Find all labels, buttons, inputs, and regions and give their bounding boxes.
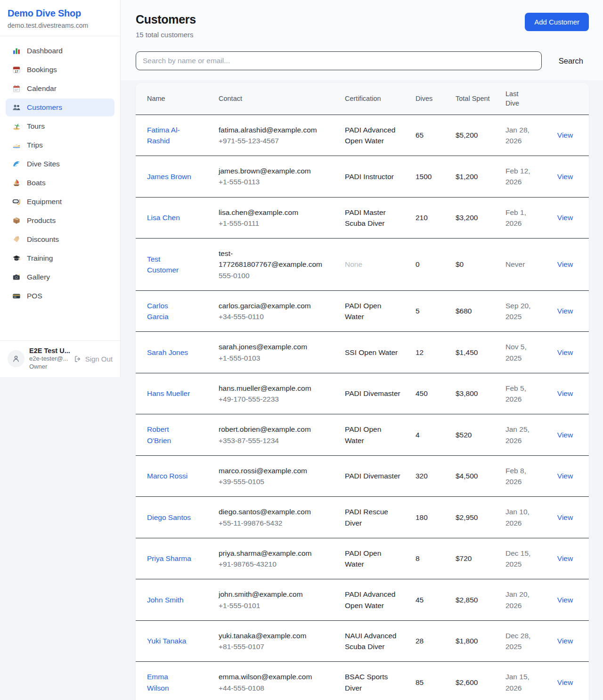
sidebar-item-label: Trips bbox=[27, 141, 43, 149]
view-customer-link[interactable]: View bbox=[557, 513, 573, 521]
last-dive-date: Jan 28, 2026 bbox=[505, 124, 534, 147]
certification: PADI Open Water bbox=[345, 424, 400, 446]
customers-table-card: NameContactCertificationDivesTotal Spent… bbox=[136, 83, 589, 700]
customer-name-link[interactable]: Robert O'Brien bbox=[147, 424, 191, 446]
sidebar-item-discounts[interactable]: Discounts bbox=[6, 231, 114, 248]
customer-email: emma.wilson@example.com bbox=[219, 671, 325, 682]
sidebar-item-equipment[interactable]: Equipment bbox=[6, 193, 114, 211]
view-customer-link[interactable]: View bbox=[557, 173, 573, 181]
last-dive-date: Never bbox=[505, 259, 525, 270]
sidebar-item-dive-sites[interactable]: Dive Sites bbox=[6, 155, 114, 173]
customer-name-link[interactable]: Lisa Chen bbox=[147, 212, 180, 223]
last-dive-date: Sep 20, 2025 bbox=[505, 300, 534, 322]
customer-email: diego.santos@example.com bbox=[219, 506, 325, 517]
sidebar-item-label: Discounts bbox=[27, 235, 59, 244]
view-customer-link[interactable]: View bbox=[557, 260, 573, 268]
last-dive-date: Feb 8, 2026 bbox=[505, 465, 534, 487]
column-header: Last Dive bbox=[498, 83, 541, 115]
add-customer-button[interactable]: Add Customer bbox=[525, 13, 589, 31]
view-customer-link[interactable]: View bbox=[557, 348, 573, 356]
customer-name-link[interactable]: Test Customer bbox=[147, 254, 191, 276]
table-row: Diego Santosdiego.santos@example.com+55-… bbox=[136, 497, 589, 538]
equipment-icon bbox=[12, 198, 21, 206]
shop-title: Demo Dive Shop bbox=[8, 8, 113, 19]
sidebar-item-tours[interactable]: Tours bbox=[6, 117, 114, 135]
view-customer-link[interactable]: View bbox=[557, 678, 573, 686]
total-spent: $2,850 bbox=[456, 596, 478, 604]
training-icon bbox=[12, 254, 21, 263]
customers-icon bbox=[12, 103, 21, 112]
view-customer-link[interactable]: View bbox=[557, 307, 573, 315]
dives-count: 85 bbox=[416, 678, 424, 686]
sign-out-button[interactable]: Sign Out bbox=[74, 355, 113, 363]
svg-text:17: 17 bbox=[15, 70, 18, 73]
bookings-icon: 17 bbox=[12, 66, 21, 74]
dives-count: 28 bbox=[416, 637, 424, 645]
certification: BSAC Sports Diver bbox=[345, 671, 400, 693]
view-customer-link[interactable]: View bbox=[557, 431, 573, 439]
last-dive-date: Jan 25, 2026 bbox=[505, 424, 534, 446]
column-header: Dives bbox=[408, 83, 448, 115]
customer-name-link[interactable]: Diego Santos bbox=[147, 512, 191, 523]
customer-name-link[interactable]: Marco Rossi bbox=[147, 470, 187, 481]
sidebar-item-label: Dashboard bbox=[27, 47, 63, 55]
view-customer-link[interactable]: View bbox=[557, 214, 573, 222]
customer-name-link[interactable]: Carlos Garcia bbox=[147, 300, 191, 322]
last-dive-date: Jan 20, 2026 bbox=[505, 589, 534, 611]
sidebar-item-label: Boats bbox=[27, 179, 46, 187]
table-row: Lisa Chenlisa.chen@example.com+1-555-011… bbox=[136, 197, 589, 239]
customer-phone: +34-555-0110 bbox=[219, 311, 330, 322]
discounts-icon bbox=[12, 235, 21, 244]
page-title: Customers bbox=[136, 13, 196, 26]
column-header bbox=[541, 83, 589, 115]
customer-name-link[interactable]: John Smith bbox=[147, 594, 184, 605]
last-dive-date: Feb 12, 2026 bbox=[505, 165, 534, 188]
sidebar-item-pos[interactable]: POS bbox=[6, 287, 114, 305]
sidebar-item-trips[interactable]: Trips bbox=[6, 136, 114, 154]
avatar bbox=[8, 350, 24, 367]
view-customer-link[interactable]: View bbox=[557, 389, 573, 397]
last-dive-date: Dec 28, 2025 bbox=[505, 630, 534, 652]
customer-name-link[interactable]: Sarah Jones bbox=[147, 347, 188, 358]
view-customer-link[interactable]: View bbox=[557, 554, 573, 562]
table-row: Emma Wilsonemma.wilson@example.com+44-55… bbox=[136, 662, 589, 700]
total-spent: $0 bbox=[456, 260, 464, 268]
pos-icon bbox=[12, 292, 21, 300]
customer-name-link[interactable]: Fatima Al-Rashid bbox=[147, 124, 191, 147]
customer-phone: +49-170-555-2233 bbox=[219, 394, 330, 404]
sidebar-item-calendar[interactable]: Calendar bbox=[6, 80, 114, 98]
sidebar-item-products[interactable]: Products bbox=[6, 212, 114, 230]
sidebar-item-training[interactable]: Training bbox=[6, 249, 114, 267]
certification: SSI Open Water bbox=[345, 347, 398, 358]
sidebar-item-label: Gallery bbox=[27, 273, 50, 281]
view-customer-link[interactable]: View bbox=[557, 131, 573, 139]
certification: PADI Advanced Open Water bbox=[345, 124, 400, 147]
search-input[interactable] bbox=[136, 51, 542, 70]
total-spent: $5,200 bbox=[456, 131, 478, 139]
certification: None bbox=[345, 259, 362, 270]
view-customer-link[interactable]: View bbox=[557, 637, 573, 645]
customer-name-link[interactable]: Priya Sharma bbox=[147, 553, 191, 564]
sidebar-item-dashboard[interactable]: Dashboard bbox=[6, 42, 114, 60]
sidebar-item-bookings[interactable]: 17Bookings bbox=[6, 61, 114, 79]
sidebar: Demo Dive Shop demo.test.divestreams.com… bbox=[0, 0, 121, 377]
customer-name-link[interactable]: Yuki Tanaka bbox=[147, 635, 186, 646]
sign-out-label: Sign Out bbox=[85, 355, 113, 363]
sidebar-item-gallery[interactable]: Gallery bbox=[6, 268, 114, 286]
sidebar-item-customers[interactable]: Customers bbox=[6, 99, 114, 116]
main-content: Customers 15 total customers Add Custome… bbox=[121, 0, 603, 700]
sidebar-item-boats[interactable]: Boats bbox=[6, 174, 114, 192]
total-spent: $4,500 bbox=[456, 472, 478, 480]
view-customer-link[interactable]: View bbox=[557, 596, 573, 604]
table-row: Priya Sharmapriya.sharma@example.com+91-… bbox=[136, 538, 589, 579]
total-spent: $2,600 bbox=[456, 678, 478, 686]
view-customer-link[interactable]: View bbox=[557, 472, 573, 480]
column-header: Contact bbox=[211, 83, 337, 115]
customer-name-link[interactable]: Emma Wilson bbox=[147, 671, 191, 693]
column-header: Total Spent bbox=[448, 83, 498, 115]
search-button[interactable]: Search bbox=[553, 53, 589, 69]
customer-name-link[interactable]: James Brown bbox=[147, 171, 191, 182]
column-header: Certification bbox=[337, 83, 408, 115]
customer-email: carlos.garcia@example.com bbox=[219, 300, 325, 311]
customer-name-link[interactable]: Hans Mueller bbox=[147, 388, 190, 399]
